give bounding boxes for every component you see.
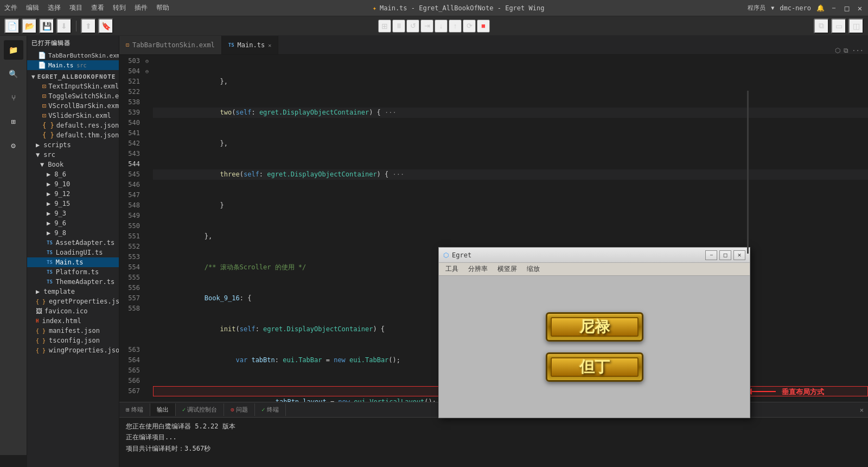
- project-header[interactable]: ▼ EGRET_ALLBOOKOFNOTE: [27, 70, 119, 81]
- more-actions-button[interactable]: ···: [852, 47, 864, 54]
- minimap: [747, 91, 749, 254]
- sidebar-item-themeadapter[interactable]: TS ThemeAdapter.ts: [27, 277, 119, 287]
- sidebar-toggle-button[interactable]: ◫: [848, 18, 864, 34]
- game-button-nilu[interactable]: 尼禄: [546, 312, 643, 342]
- sidebar-item-vslider[interactable]: ⊡ VSliderSkin.exml: [27, 111, 119, 121]
- minimize-button[interactable]: －: [830, 4, 838, 12]
- sidebar-item-main-ts[interactable]: TS Main.ts: [27, 257, 119, 267]
- panel-toggle-button[interactable]: ▭: [831, 18, 846, 34]
- folder-915-icon: ▶: [47, 200, 50, 207]
- annotation-container: 垂直布局方式: [746, 387, 824, 397]
- panel-close-button[interactable]: ✕: [860, 406, 864, 414]
- panel-tab-terminal2[interactable]: ✓ 终端: [255, 403, 286, 416]
- panel-tab-debug[interactable]: ✓ 调试控制台: [176, 403, 225, 416]
- menu-file[interactable]: 文件: [4, 3, 17, 12]
- sidebar-item-index-html[interactable]: H index.html: [27, 316, 119, 326]
- open-in-new-button[interactable]: ⬡: [835, 47, 840, 54]
- debug-stepinto-button[interactable]: ↓: [435, 20, 448, 33]
- popup-maximize-button[interactable]: □: [719, 250, 731, 260]
- sidebar-item-favicon[interactable]: 🖼 favicon.ico: [27, 306, 119, 316]
- menu-plugin[interactable]: 插件: [135, 3, 148, 12]
- open-editors-header[interactable]: 已打开编辑器: [27, 36, 119, 51]
- notification-icon[interactable]: 🔔: [816, 4, 825, 12]
- sidebar-item-egretprops[interactable]: { } egretProperties.json: [27, 296, 119, 306]
- html-icon: H: [36, 318, 39, 324]
- sidebar-item-9-6[interactable]: ▶ 9_6: [27, 218, 119, 228]
- sidebar-item-9-10[interactable]: ▶ 9_10: [27, 179, 119, 189]
- panel-tab-terminal[interactable]: ⊞ 终端: [119, 403, 150, 416]
- popup-minimize-button[interactable]: －: [705, 250, 717, 260]
- open-file-tabbar[interactable]: 📄 TabBarButtonSkin.exml resour...: [27, 51, 119, 60]
- debug-stepout-button[interactable]: ↑: [449, 20, 462, 33]
- menu-bar[interactable]: 文件 编辑 选择 项目 查看 转到 插件 帮助: [4, 3, 169, 12]
- sidebar-item-textinput[interactable]: ⊡ TextInputSkin.exml: [27, 81, 119, 91]
- new-file-button[interactable]: 📄: [4, 18, 20, 34]
- panel-tab-problems[interactable]: ⊙ 问题: [224, 403, 255, 416]
- menu-project[interactable]: 项目: [69, 3, 82, 12]
- open-file-main[interactable]: 📄 Main.ts src: [27, 60, 119, 70]
- popup-close-button[interactable]: ✕: [733, 250, 745, 260]
- open-button[interactable]: 📂: [22, 18, 37, 34]
- menu-select[interactable]: 选择: [48, 3, 61, 12]
- output-line-1: 您正在使用白鹭编译器 5.2.22 版本: [126, 421, 861, 432]
- sidebar-item-wingprops[interactable]: { } wingProperties.json: [27, 345, 119, 355]
- debug-stop-button[interactable]: ■: [477, 20, 490, 33]
- popup-menu-orientation[interactable]: 横竖屏: [493, 263, 521, 275]
- popup-window-controls: － □ ✕: [705, 250, 745, 260]
- maximize-button[interactable]: □: [843, 4, 851, 12]
- sidebar-item-template[interactable]: ▶ template: [27, 287, 119, 296]
- debug-grid-button[interactable]: ⊞: [378, 20, 391, 33]
- tab-tabbar-skin[interactable]: ⊡ TabBarButtonSkin.exml: [119, 36, 222, 54]
- sidebar-item-loadingui[interactable]: TS LoadingUI.ts: [27, 248, 119, 257]
- debug-restart-button[interactable]: ↺: [406, 20, 419, 33]
- close-button[interactable]: ✕: [856, 4, 864, 12]
- save-all-button[interactable]: 💾: [39, 18, 54, 34]
- output-line-2: 正在编译项目...: [126, 432, 861, 443]
- sidebar-item-9-12[interactable]: ▶ 9_12: [27, 189, 119, 199]
- tab-main-ts[interactable]: TS Main.ts ✕: [222, 36, 278, 54]
- game-button-danding[interactable]: 但丁: [546, 352, 643, 382]
- sidebar-item-default-thm[interactable]: { } default.thm.json: [27, 130, 119, 140]
- sidebar-item-9-3[interactable]: ▶ 9_3: [27, 209, 119, 218]
- sidebar-item-default-res[interactable]: { } default.res.json: [27, 121, 119, 130]
- sidebar-item-assetadapter[interactable]: TS AssetAdapter.ts: [27, 238, 119, 248]
- sidebar-item-9-8[interactable]: ▶ 9_8: [27, 228, 119, 238]
- menu-goto[interactable]: 转到: [113, 3, 126, 12]
- save-button[interactable]: ⬇: [56, 18, 72, 34]
- menu-view[interactable]: 查看: [91, 3, 104, 12]
- editor-tab-bar: ⊡ TabBarButtonSkin.exml TS Main.ts ✕ ⬡ ⧉…: [119, 36, 868, 55]
- xml-icon-3: ⊡: [42, 102, 46, 110]
- json-icon: { }: [42, 122, 54, 129]
- sidebar-item-tsconfig[interactable]: { } tsconfig.json: [27, 336, 119, 345]
- bookmark-button[interactable]: 🔖: [98, 18, 113, 34]
- menu-edit[interactable]: 编辑: [26, 3, 39, 12]
- split-right-button[interactable]: ⧉: [844, 47, 848, 54]
- title-bar-actions[interactable]: 程序员 ▼ dmc-nero 🔔 － □ ✕: [748, 4, 864, 12]
- terminal-icon: ⊞: [126, 406, 130, 413]
- sidebar-item-platform[interactable]: TS Platform.ts: [27, 267, 119, 277]
- sidebar-item-vscrollbar[interactable]: ⊡ VScrollBarSkin.exml: [27, 101, 119, 111]
- sidebar-item-book[interactable]: ▼ Book: [27, 160, 119, 169]
- sidebar-item-8-6[interactable]: ▶ 8_6: [27, 169, 119, 179]
- egret-icon: ✦: [373, 4, 376, 12]
- split-editor-button[interactable]: ⧉: [814, 18, 829, 34]
- xml-icon: ⊡: [42, 83, 46, 90]
- sidebar-item-src[interactable]: ▼ src: [27, 150, 119, 160]
- annotation-text: 垂直布局方式: [782, 387, 824, 397]
- debug-reload-button[interactable]: ⟳: [463, 20, 476, 33]
- role-dropdown-icon[interactable]: ▼: [771, 5, 774, 11]
- sidebar-item-9-15[interactable]: ▶ 9_15: [27, 199, 119, 209]
- debug-pause-button[interactable]: ⏸: [392, 20, 405, 33]
- folder-912-icon: ▶: [47, 190, 50, 198]
- popup-menu-resolution[interactable]: 分辨率: [464, 263, 492, 275]
- upload-button[interactable]: ⬆: [81, 18, 96, 34]
- sidebar-item-scripts[interactable]: ▶ scripts: [27, 140, 119, 150]
- sidebar-item-toggleswitch[interactable]: ⊡ ToggleSwitchSkin.exml: [27, 91, 119, 101]
- popup-menu-tools[interactable]: 工具: [441, 263, 463, 275]
- menu-help[interactable]: 帮助: [156, 3, 169, 12]
- debug-stepover-button[interactable]: ⇥: [420, 20, 433, 33]
- popup-menu-zoom[interactable]: 缩放: [522, 263, 544, 275]
- panel-tab-output[interactable]: 输出: [150, 403, 176, 416]
- sidebar-item-manifest[interactable]: { } manifest.json: [27, 326, 119, 336]
- tab-close-button[interactable]: ✕: [268, 42, 271, 48]
